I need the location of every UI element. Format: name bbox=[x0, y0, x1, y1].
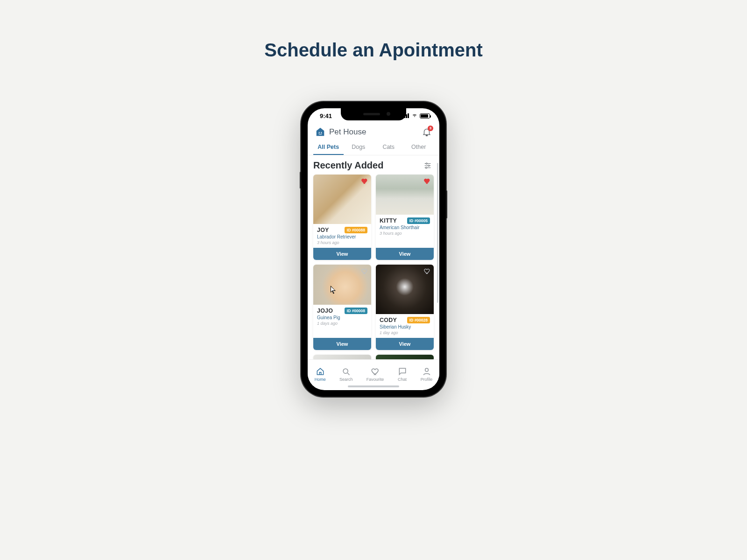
phone-notch bbox=[341, 108, 406, 120]
pet-card-body: KITTYID #00005American Shorthair3 hours … bbox=[376, 215, 434, 238]
app-header: Pet House 3 bbox=[308, 123, 439, 140]
app-name: Pet House bbox=[329, 127, 366, 137]
pet-time: 3 hours ago bbox=[317, 240, 367, 245]
heart-icon bbox=[423, 267, 431, 275]
nav-label: Home bbox=[315, 377, 326, 382]
mouse-cursor-icon bbox=[331, 286, 337, 295]
profile-icon bbox=[422, 367, 431, 376]
favorite-button[interactable] bbox=[423, 267, 431, 275]
pet-card[interactable] bbox=[313, 355, 371, 359]
brand[interactable]: Pet House bbox=[315, 127, 366, 137]
pet-id-badge: ID #00088 bbox=[345, 227, 367, 233]
pet-card[interactable]: KITTYID #00005American Shorthair3 hours … bbox=[376, 175, 434, 260]
pet-breed: American Shorthair bbox=[380, 225, 430, 230]
pet-image[interactable] bbox=[376, 355, 434, 359]
view-button[interactable]: View bbox=[376, 338, 434, 350]
sliders-icon bbox=[423, 161, 432, 170]
pet-breed: Labrador Retriever bbox=[317, 234, 367, 239]
nav-profile[interactable]: Profile bbox=[421, 367, 433, 382]
nav-label: Favourite bbox=[366, 377, 384, 382]
pet-image[interactable] bbox=[376, 175, 434, 215]
svg-point-1 bbox=[319, 132, 320, 133]
svg-point-0 bbox=[415, 117, 415, 118]
search-icon bbox=[341, 367, 351, 376]
battery-icon bbox=[420, 113, 430, 119]
pet-grid: JOYID #00088Labrador Retriever3 hours ag… bbox=[313, 175, 434, 359]
phone-screen: 9:41 Pet House 3 All Pets bbox=[308, 108, 439, 390]
pet-breed: Guinea Pig bbox=[317, 315, 367, 320]
nav-home[interactable]: Home bbox=[315, 367, 326, 382]
pet-card[interactable]: JOJOID #00008Guinea Pig1 days agoView bbox=[313, 265, 371, 350]
svg-point-9 bbox=[343, 369, 348, 373]
pet-card-body: CODYID #00028Siberian Husky1 day ago bbox=[376, 314, 434, 338]
favorite-button[interactable] bbox=[361, 267, 368, 275]
svg-point-2 bbox=[321, 132, 322, 133]
pet-card-body: JOJOID #00008Guinea Pig1 days ago bbox=[313, 305, 371, 329]
phone-frame: 9:41 Pet House 3 All Pets bbox=[301, 102, 446, 397]
pet-time: 3 hours ago bbox=[380, 231, 430, 236]
pet-name: CODY bbox=[380, 317, 397, 323]
favorite-button[interactable] bbox=[423, 177, 431, 185]
heart-icon bbox=[423, 177, 431, 185]
pet-id-badge: ID #00008 bbox=[345, 308, 367, 314]
tab-dogs[interactable]: Dogs bbox=[344, 140, 374, 155]
wifi-icon bbox=[411, 113, 418, 118]
pet-id-badge: ID #00028 bbox=[407, 317, 430, 323]
home-indicator[interactable] bbox=[348, 385, 399, 387]
tab-cats[interactable]: Cats bbox=[374, 140, 404, 155]
pet-name: JOY bbox=[317, 227, 329, 233]
pet-house-logo-icon bbox=[315, 127, 325, 137]
page-title: Schedule an Apointment bbox=[0, 40, 747, 61]
pet-time: 1 days ago bbox=[317, 321, 367, 326]
svg-point-6 bbox=[426, 163, 427, 164]
notification-badge: 3 bbox=[428, 126, 433, 131]
view-button[interactable]: View bbox=[376, 248, 434, 260]
category-tabs: All Pets Dogs Cats Other bbox=[308, 140, 439, 155]
tab-all-pets[interactable]: All Pets bbox=[313, 140, 344, 155]
bottom-nav: Home Search Favourite Chat Profile bbox=[308, 359, 439, 388]
tab-other[interactable]: Other bbox=[404, 140, 434, 155]
pet-breed: Siberian Husky bbox=[380, 324, 430, 329]
heart-icon bbox=[371, 367, 380, 376]
pet-card[interactable]: JOYID #00088Labrador Retriever3 hours ag… bbox=[313, 175, 371, 260]
pet-card[interactable] bbox=[376, 355, 434, 359]
status-time: 9:41 bbox=[320, 112, 332, 119]
nav-search[interactable]: Search bbox=[339, 367, 353, 382]
scroll-indicator[interactable] bbox=[437, 163, 438, 303]
pet-image[interactable] bbox=[376, 265, 434, 314]
pet-image[interactable] bbox=[313, 355, 371, 359]
favorite-button[interactable] bbox=[361, 177, 368, 185]
svg-point-7 bbox=[428, 165, 430, 166]
view-button[interactable]: View bbox=[313, 338, 371, 350]
pet-name: JOJO bbox=[317, 308, 333, 314]
svg-point-8 bbox=[426, 167, 427, 168]
filter-button[interactable] bbox=[423, 161, 432, 170]
nav-label: Chat bbox=[398, 377, 407, 382]
pet-image[interactable] bbox=[313, 265, 371, 305]
heart-icon bbox=[361, 177, 368, 185]
pet-card[interactable]: CODYID #00028Siberian Husky1 day agoView bbox=[376, 265, 434, 350]
pet-card-body: JOYID #00088Labrador Retriever3 hours ag… bbox=[313, 224, 371, 248]
section-title: Recently Added bbox=[313, 160, 383, 171]
nav-label: Search bbox=[339, 377, 353, 382]
notifications-button[interactable]: 3 bbox=[422, 127, 432, 137]
nav-label: Profile bbox=[421, 377, 433, 382]
heart-icon bbox=[361, 267, 368, 275]
view-button[interactable]: View bbox=[313, 248, 371, 260]
home-icon bbox=[316, 367, 325, 376]
nav-chat[interactable]: Chat bbox=[398, 367, 407, 382]
chat-icon bbox=[398, 367, 407, 376]
pet-image[interactable] bbox=[313, 175, 371, 224]
pet-id-badge: ID #00005 bbox=[407, 217, 430, 224]
pet-name: KITTY bbox=[380, 217, 397, 224]
nav-favourite[interactable]: Favourite bbox=[366, 367, 384, 382]
pet-time: 1 day ago bbox=[380, 330, 430, 335]
svg-point-11 bbox=[425, 368, 428, 371]
svg-line-10 bbox=[348, 373, 350, 375]
content-area[interactable]: Recently Added JOYID #00088Labrador Retr… bbox=[308, 155, 439, 359]
status-indicators bbox=[402, 113, 430, 119]
